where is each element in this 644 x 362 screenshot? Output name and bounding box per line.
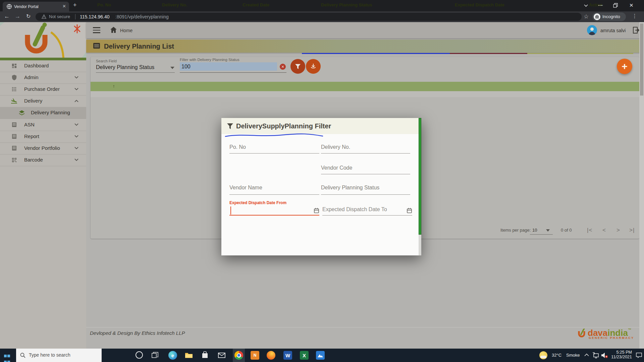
browser-menu-icon[interactable]: ⋮ — [632, 13, 637, 19]
filter-input[interactable]: 100 — [181, 64, 191, 70]
not-secure-warning-icon[interactable] — [42, 14, 46, 19]
page-scrollbar-thumb[interactable] — [640, 23, 643, 96]
per-page-caret-icon[interactable] — [546, 229, 550, 232]
excel-icon[interactable]: X — [300, 351, 309, 360]
word-icon[interactable]: W — [283, 351, 292, 360]
task-view-icon[interactable] — [152, 352, 158, 359]
sidebar-item-asn[interactable]: ASN — [0, 119, 86, 131]
sort-asc-icon[interactable]: ↑ — [113, 83, 115, 88]
sidebar-item-delivery[interactable]: Delivery — [0, 95, 86, 107]
chevron-down-icon — [74, 123, 78, 126]
home-icon[interactable] — [110, 26, 117, 33]
tab-close-icon[interactable]: ✕ — [62, 4, 66, 9]
column-delivery-planning-status[interactable]: Delivery Planning Status — [321, 2, 372, 7]
tray-clock[interactable]: 5:25 PM 11/23/2021 — [611, 350, 632, 359]
download-icon — [310, 63, 316, 69]
incognito-badge: Incognito — [592, 12, 626, 21]
brand-logo-icon — [578, 328, 586, 339]
file-explorer-icon[interactable] — [185, 352, 193, 359]
sidebar-item-delivery-planning[interactable]: Delivery Planning — [0, 107, 86, 119]
forward-button[interactable]: → — [15, 13, 20, 20]
calendar-icon[interactable] — [314, 208, 319, 213]
user-avatar[interactable] — [587, 25, 597, 35]
tabsearch-chevron-icon[interactable] — [584, 4, 588, 7]
cortana-icon[interactable] — [136, 351, 143, 359]
next-page-button[interactable]: > — [616, 227, 620, 234]
first-page-button[interactable]: |< — [587, 227, 592, 234]
chrome-icon[interactable] — [234, 351, 243, 360]
modal-scrollbar-thumb[interactable] — [419, 118, 421, 235]
new-tab-button[interactable]: + — [73, 2, 77, 9]
empty-row-stripe — [91, 91, 639, 97]
column-expected-dispatch-date[interactable]: Expected Dispatch Date — [455, 2, 504, 7]
window-close-button[interactable]: ✕ — [629, 2, 634, 8]
calendar-icon[interactable] — [407, 208, 412, 213]
tray-temperature[interactable]: 32°C — [552, 353, 561, 358]
scribble-maroon — [450, 53, 527, 54]
back-button[interactable]: ← — [4, 13, 10, 20]
url-host: 115.124.96.40 — [80, 14, 110, 19]
vendor-code-field[interactable]: Vendor Code — [321, 165, 352, 171]
hamburger-menu-icon[interactable] — [93, 27, 100, 33]
taskbar-search-placeholder: Type here to search — [29, 352, 70, 358]
select-caret-icon[interactable] — [170, 67, 174, 69]
taskbar-search-box[interactable]: Type here to search — [16, 349, 102, 362]
tray-chevron-up-icon[interactable] — [584, 353, 589, 356]
last-page-button[interactable]: >| — [629, 227, 635, 234]
download-button[interactable] — [306, 59, 321, 74]
vendor-name-field[interactable]: Vendor Name — [229, 185, 262, 191]
home-label[interactable]: Home — [120, 28, 132, 33]
sidebar-item-barcode[interactable]: Barcode — [0, 154, 86, 166]
sidebar-item-vendor-portfolio[interactable]: Vendor Portfolio — [0, 142, 86, 155]
modal-title: DeliverySupplyPlanning Filter — [236, 122, 331, 130]
action-center-icon[interactable] — [636, 353, 642, 358]
address-bar[interactable]: Not secure 115.124.96.40 :8091/vp/delive… — [36, 13, 582, 21]
photos-icon[interactable] — [316, 351, 325, 360]
weather-icon[interactable] — [539, 351, 547, 359]
edge-icon[interactable]: e — [168, 351, 177, 360]
filter-input-underline — [180, 72, 286, 73]
add-button[interactable]: + — [617, 59, 632, 74]
modal-scrollbar-track[interactable] — [419, 235, 421, 255]
window-restore-button[interactable] — [613, 3, 618, 8]
edd-from-underline[interactable] — [229, 215, 319, 216]
apply-filter-button[interactable] — [290, 59, 305, 74]
dps-field[interactable]: Delivery Planning Status — [321, 185, 379, 191]
items-per-page-value[interactable]: 10 — [532, 228, 537, 233]
sidebar-item-purchase-order[interactable]: Purchase Order — [0, 83, 86, 96]
nox-player-icon[interactable]: N — [251, 351, 259, 360]
start-button[interactable] — [4, 353, 10, 362]
column-po-no[interactable]: Po. No — [97, 2, 111, 7]
po-no-field[interactable]: Po. No — [229, 144, 246, 150]
logout-icon[interactable] — [633, 26, 640, 34]
tray-date: 11/23/2021 — [611, 355, 632, 359]
mail-icon[interactable] — [218, 353, 225, 358]
chevron-down-icon — [74, 88, 78, 90]
delivery-no-field[interactable]: Delivery No. — [321, 144, 350, 150]
po-no-underline — [229, 153, 319, 154]
network-icon[interactable] — [592, 352, 599, 358]
bookmark-star-icon[interactable]: ☆ — [584, 13, 589, 20]
user-name[interactable]: amruta salvi — [600, 28, 626, 33]
prev-page-button[interactable]: < — [602, 227, 606, 234]
edd-to-field[interactable]: Expected Dispatch Date To — [322, 206, 387, 213]
tray-weather-condition[interactable]: Smoke — [566, 353, 580, 358]
url-divider — [75, 14, 75, 19]
sidebar-item-dashboard[interactable]: Dashboard — [0, 60, 86, 72]
sidebar-item-report[interactable]: Report — [0, 131, 86, 143]
volume-muted-icon[interactable] — [601, 352, 608, 358]
firefox-icon[interactable] — [267, 351, 275, 360]
column-delivery-no[interactable]: Delivery No. — [162, 2, 187, 7]
store-icon[interactable] — [202, 351, 208, 359]
reload-button[interactable]: ↻ — [26, 13, 31, 19]
sidebar-item-admin[interactable]: Admin — [0, 72, 86, 84]
plane-landing-icon — [11, 98, 17, 104]
grid-dots-icon — [11, 86, 17, 92]
clear-filter-icon[interactable]: ✕ — [280, 64, 286, 70]
column-action[interactable]: Action — [589, 2, 602, 7]
brand-tm: ™ — [628, 328, 631, 331]
funnel-icon — [295, 64, 301, 69]
browser-tab[interactable]: Vendor Portal ✕ — [3, 2, 69, 11]
column-created-date[interactable]: Created Date — [243, 2, 269, 7]
search-field-select[interactable]: Delivery Planning Status — [96, 64, 154, 70]
